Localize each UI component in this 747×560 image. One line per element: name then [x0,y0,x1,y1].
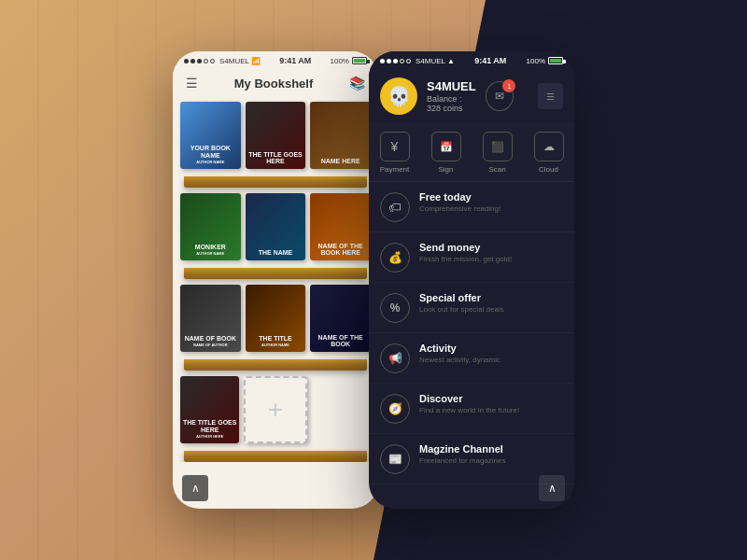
username: S4MUEL [427,79,476,93]
shelf-plank-1 [184,176,367,188]
send-money-subtitle: Finish the mission, get gold! [419,255,563,263]
free-today-icon: 🏷 [380,192,410,222]
book-9-text: NAME OF THE BOOK [312,334,369,348]
avatar-icon: 💀 [388,85,411,107]
shelf-container: YOUR BOOK NAME AUTHOR NAME THE TITLE GOE… [173,96,378,462]
chevron-up-icon-right: ∧ [548,482,557,495]
user-info: S4MUEL Balance : 328 coins [427,79,476,113]
mail-icon: ✉ [495,90,504,103]
menu-items-list: 🏷 Free today Comprehensive reading! 💰 Se… [369,182,574,484]
magazine-icon: 📰 [380,444,410,474]
send-money-title: Send money [419,242,563,253]
user-header: 💀 S4MUEL Balance : 328 coins ✉ 1 ☰ [369,70,574,122]
shelf-plank-2 [184,268,367,279]
back-to-top-left[interactable]: ∧ [182,475,208,501]
shelf-1-books: YOUR BOOK NAME AUTHOR NAME THE TITLE GOE… [180,102,371,176]
magazine-subtitle: Freelanced for magazines [419,456,563,465]
status-right-right: 100% [527,57,563,65]
add-book-button[interactable]: + [244,376,306,443]
bookshelf-title: My Bookshelf [234,77,314,91]
signal-dot-4 [204,59,208,63]
free-today-title: Free today [419,191,563,203]
sign-icon: 📅 [431,132,461,161]
book-6[interactable]: NAME OF THE BOOK HERE [310,193,371,260]
book-3-text: NAME HERE [312,158,369,165]
shelf-4-books: THE TITLE GOES HERE AUTHOR HERE + [180,376,371,451]
discover-subtitle: Find a new world in the future! [419,406,563,414]
hamburger-icon[interactable]: ☰ [186,76,198,91]
book-7-text: NAME OF BOOK NAME OF AUTHOR [182,335,239,348]
shelf-3: NAME OF BOOK NAME OF AUTHOR THE TITLE AU… [173,279,378,371]
signal-dot-r4 [400,59,404,63]
book-1[interactable]: YOUR BOOK NAME AUTHOR NAME [180,102,241,169]
battery-pct-left: 100% [331,57,349,65]
quick-action-cloud[interactable]: ☁ Cloud [523,132,574,174]
notification-button[interactable]: ✉ 1 [486,81,514,111]
wifi-icon-right: ▲ [447,57,455,65]
discover-content: Discover Find a new world in the future! [419,393,563,414]
book-9[interactable]: NAME OF THE BOOK [310,285,371,352]
activity-title: Activity [419,343,563,354]
book-3[interactable]: NAME HERE [310,102,371,169]
back-to-top-right[interactable]: ∧ [539,475,565,501]
quick-action-payment[interactable]: ¥ Payment [369,132,420,174]
book-8-text: THE TITLE AUTHOR NAME [247,335,304,348]
bookshelf-icon[interactable]: 📚 [349,76,365,91]
book-10-text: THE TITLE GOES HERE AUTHOR HERE [182,419,237,440]
status-bar-right: S4MUEL ▲ 9:41 AM 100% [369,51,574,70]
activity-content: Activity Newest activity, dynamic [419,343,563,364]
shelf-plank-3 [184,359,367,371]
user-avatar: 💀 [380,77,417,115]
quick-action-sign[interactable]: 📅 Sign [420,132,472,174]
menu-item-activity[interactable]: 📢 Activity Newest activity, dynamic [369,333,574,384]
battery-fill-right [550,59,561,63]
menu-item-special-offer[interactable]: % Special offer Look out for special dea… [369,283,574,333]
menu-item-discover[interactable]: 🧭 Discover Find a new world in the futur… [369,384,574,434]
book-2[interactable]: THE TITLE GOES HERE [246,102,306,169]
signal-dot-1 [184,59,189,63]
signal-dot-r2 [387,59,391,63]
book-7[interactable]: NAME OF BOOK NAME OF AUTHOR [180,285,241,352]
book-4[interactable]: MONIKER AUTHOR NAME [180,193,241,260]
send-money-icon: 💰 [380,243,410,273]
book-5-text: THE NAME [247,249,304,257]
status-bar-left: S4MUEL 📶 9:41 AM 100% [173,51,378,70]
user-balance: Balance : 328 coins [427,94,476,113]
signal-dot-3 [197,59,202,63]
shelf-1: YOUR BOOK NAME AUTHOR NAME THE TITLE GOE… [173,96,378,188]
signal-dots-right [380,59,411,63]
hamburger-icon-right: ☰ [546,91,555,102]
carrier-right: S4MUEL [416,57,445,65]
menu-item-send-money[interactable]: 💰 Send money Finish the mission, get gol… [369,232,574,283]
free-today-subtitle: Comprehensive reading! [419,204,563,213]
menu-item-free-today[interactable]: 🏷 Free today Comprehensive reading! [369,182,574,232]
menu-button[interactable]: ☰ [538,83,563,109]
special-offer-subtitle: Look out for special deals [419,305,563,314]
sign-label: Sign [438,165,453,174]
battery-pct-right: 100% [527,57,545,65]
book-5[interactable]: THE NAME [246,193,306,260]
cloud-label: Cloud [539,165,558,174]
payment-label: Payment [380,165,410,174]
notification-badge: 1 [502,79,515,92]
free-today-content: Free today Comprehensive reading! [419,191,563,213]
special-offer-title: Special offer [419,292,563,303]
signal-dot-r1 [380,59,385,63]
scan-icon: ⬛ [483,132,513,161]
shelf-4: THE TITLE GOES HERE AUTHOR HERE + [173,371,378,462]
phones-container: S4MUEL 📶 9:41 AM 100% ☰ My Bookshelf 📚 [0,0,747,560]
magazine-content: Magzine Channel Freelanced for magazines [419,443,563,465]
discover-icon: 🧭 [380,394,410,424]
book-8[interactable]: THE TITLE AUTHOR NAME [246,285,306,352]
quick-action-scan[interactable]: ⬛ Scan [472,132,523,174]
status-left: S4MUEL 📶 [184,57,261,65]
discover-title: Discover [419,393,563,404]
send-money-content: Send money Finish the mission, get gold! [419,242,563,263]
shelf-plank-4 [184,451,367,462]
menu-phone: S4MUEL ▲ 9:41 AM 100% 💀 S4MUEL Balance :… [369,51,574,509]
signal-dot-r3 [393,59,398,63]
time-right: 9:41 AM [474,56,506,65]
signal-dots [184,59,215,63]
book-10[interactable]: THE TITLE GOES HERE AUTHOR HERE [180,376,239,443]
payment-icon: ¥ [380,132,410,161]
